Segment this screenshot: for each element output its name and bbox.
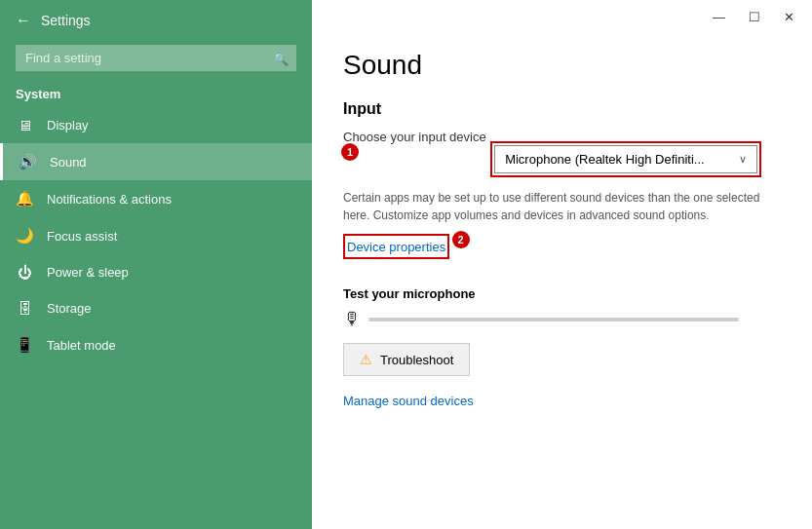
input-section-title: Input bbox=[343, 100, 781, 118]
sidebar-item-power[interactable]: ⏻ Power & sleep bbox=[0, 254, 312, 290]
focus-icon: 🌙 bbox=[16, 227, 33, 245]
tablet-icon: 📱 bbox=[16, 336, 33, 354]
microphone-icon: 🎙 bbox=[343, 309, 361, 329]
device-props-container: Device properties 2 bbox=[343, 234, 476, 273]
microphone-level-row: 🎙 bbox=[343, 309, 781, 329]
sidebar-header: ← Settings bbox=[0, 0, 312, 41]
storage-icon: 🗄 bbox=[16, 300, 33, 317]
sidebar-item-label: Focus assist bbox=[47, 229, 117, 244]
sidebar-item-storage[interactable]: 🗄 Storage bbox=[0, 290, 312, 326]
device-properties-link[interactable]: Device properties bbox=[347, 240, 445, 254]
display-icon: 🖥 bbox=[16, 117, 33, 133]
badge-2: 2 bbox=[452, 231, 470, 248]
notifications-icon: 🔔 bbox=[16, 190, 33, 208]
sidebar-item-sound[interactable]: 🔊 Sound bbox=[0, 143, 312, 180]
search-bar: 🔍 bbox=[16, 45, 296, 71]
title-bar: — ☐ ✕ bbox=[312, 0, 812, 34]
sidebar-item-label: Power & sleep bbox=[47, 265, 129, 280]
search-icon: 🔍 bbox=[273, 51, 289, 65]
chevron-down-icon: ∨ bbox=[739, 153, 747, 166]
main-panel: — ☐ ✕ Sound Input Choose your input devi… bbox=[312, 0, 812, 529]
close-button[interactable]: ✕ bbox=[778, 8, 800, 26]
input-device-dropdown-wrapper: Microphone (Realtek High Definiti... ∨ bbox=[490, 141, 761, 177]
content-area: Sound Input Choose your input device 1 M… bbox=[312, 34, 812, 433]
badge-1: 1 bbox=[341, 143, 359, 161]
sidebar-item-label: Sound bbox=[50, 155, 87, 170]
device-props-wrapper: Device properties bbox=[343, 234, 449, 259]
test-microphone-label: Test your microphone bbox=[343, 286, 781, 301]
sidebar-item-label: Notifications & actions bbox=[47, 192, 172, 207]
manage-sound-devices-link[interactable]: Manage sound devices bbox=[343, 394, 474, 408]
sidebar-item-label: Tablet mode bbox=[47, 338, 116, 353]
troubleshoot-button[interactable]: ⚠ Troubleshoot bbox=[343, 343, 470, 376]
sidebar-item-display[interactable]: 🖥 Display bbox=[0, 107, 312, 143]
sidebar-item-label: Storage bbox=[47, 301, 92, 316]
sidebar-app-title: Settings bbox=[41, 13, 91, 28]
search-input[interactable] bbox=[16, 45, 296, 71]
troubleshoot-label: Troubleshoot bbox=[380, 353, 453, 367]
selected-device-name: Microphone (Realtek High Definiti... bbox=[505, 152, 704, 167]
back-icon[interactable]: ← bbox=[16, 12, 31, 29]
minimize-button[interactable]: — bbox=[707, 8, 731, 26]
sidebar-item-tablet[interactable]: 📱 Tablet mode bbox=[0, 326, 312, 363]
maximize-button[interactable]: ☐ bbox=[743, 8, 766, 26]
sidebar-item-notifications[interactable]: 🔔 Notifications & actions bbox=[0, 180, 312, 217]
input-device-dropdown[interactable]: Microphone (Realtek High Definiti... ∨ bbox=[494, 145, 757, 173]
page-title: Sound bbox=[343, 50, 781, 81]
sidebar-item-label: Display bbox=[47, 118, 89, 132]
info-text: Certain apps may be set up to use differ… bbox=[343, 189, 762, 224]
power-icon: ⏻ bbox=[16, 264, 33, 281]
sound-icon: 🔊 bbox=[19, 153, 36, 170]
sidebar-item-focus[interactable]: 🌙 Focus assist bbox=[0, 217, 312, 254]
choose-device-label: Choose your input device 1 bbox=[343, 130, 486, 169]
microphone-level-bar bbox=[368, 318, 739, 321]
sidebar-section-label: System bbox=[0, 81, 312, 107]
warning-icon: ⚠ bbox=[360, 352, 372, 367]
sidebar: ← Settings 🔍 System 🖥 Display 🔊 Sound 🔔 … bbox=[0, 0, 312, 529]
